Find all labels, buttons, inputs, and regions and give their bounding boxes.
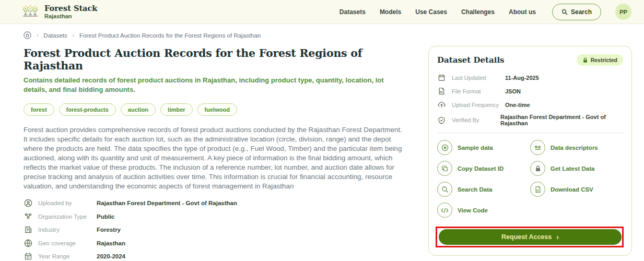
meta-row-year-range: Year Range 2020-2024 bbox=[24, 252, 408, 261]
meta-label: File Format bbox=[452, 88, 505, 94]
meta-row-organization-type: Organization Type Public bbox=[24, 212, 408, 221]
card-meta-list: Last Updated 11-Aug-2025 01 File Format … bbox=[437, 73, 623, 126]
tag-forest-products[interactable]: forest-products bbox=[59, 103, 116, 116]
meta-label: Geo coverage bbox=[38, 240, 97, 246]
meta-row-industry: Industry Forestry bbox=[24, 226, 408, 234]
search-label: Search bbox=[571, 8, 592, 16]
dataset-details-card: Dataset Details Restricted Last Updated … bbox=[428, 46, 632, 256]
action-label: Search Data bbox=[458, 186, 492, 193]
tag-timber[interactable]: timber bbox=[160, 103, 193, 116]
action-label: Download CSV bbox=[551, 186, 593, 193]
meta-label: Verified By bbox=[452, 117, 500, 123]
page-subtitle: Contains detailed records of forest prod… bbox=[24, 76, 408, 95]
sample-data-button[interactable]: Sample data bbox=[437, 140, 530, 155]
sample-data-icon bbox=[437, 140, 452, 155]
svg-text:01: 01 bbox=[440, 90, 443, 93]
building-icon bbox=[24, 226, 32, 234]
meta-row-geo-coverage: Geo coverage Rajasthan bbox=[24, 239, 408, 247]
meta-label: Upload Frequency bbox=[452, 102, 505, 108]
card-divider bbox=[437, 133, 623, 133]
cloud-upload-icon bbox=[437, 100, 446, 109]
meta-row-upload-frequency: Upload Frequency One-time bbox=[437, 100, 623, 109]
svg-text:01: 01 bbox=[536, 189, 540, 192]
brand-name: Forest Stack bbox=[44, 4, 97, 13]
view-code-icon bbox=[437, 203, 452, 218]
user-circle-icon bbox=[24, 199, 32, 208]
action-label: Data descriptors bbox=[551, 145, 598, 151]
search-data-button[interactable]: Search Data bbox=[437, 182, 530, 197]
nav-item-models[interactable]: Models bbox=[380, 8, 401, 16]
shield-check-icon bbox=[437, 116, 446, 125]
copy-icon bbox=[437, 161, 452, 176]
dataset-meta-list: Uploaded by Rajasthan Forest Department … bbox=[24, 199, 408, 261]
meta-label: Industry bbox=[38, 227, 97, 233]
user-avatar[interactable]: PP bbox=[615, 4, 631, 20]
lock-icon bbox=[530, 161, 545, 176]
meta-value: JSON bbox=[505, 88, 521, 94]
meta-row-last-updated: Last Updated 11-Aug-2025 bbox=[437, 73, 623, 82]
org-group-icon bbox=[24, 212, 32, 221]
search-icon bbox=[561, 9, 568, 15]
restricted-badge: Restricted bbox=[577, 54, 623, 66]
meta-value: Forestry bbox=[97, 227, 121, 233]
forest-stack-logo-icon bbox=[21, 3, 40, 21]
meta-label: Uploaded by bbox=[38, 200, 97, 206]
meta-row-verified-by: Verified By Rajasthan Forest Department … bbox=[437, 114, 623, 126]
request-access-button[interactable]: Request Access › bbox=[439, 229, 622, 245]
action-label: View Code bbox=[458, 207, 488, 213]
chevron-right-icon: › bbox=[556, 233, 559, 241]
breadcrumb: › Datasets › Forest Product Auction Reco… bbox=[24, 31, 644, 39]
calendar-icon bbox=[437, 73, 446, 82]
meta-row-file-format: 01 File Format JSON bbox=[437, 87, 623, 96]
nav-item-challenges[interactable]: Challenges bbox=[461, 8, 495, 16]
home-icon[interactable] bbox=[24, 31, 31, 39]
nav-item-datasets[interactable]: Datasets bbox=[339, 8, 366, 16]
app-header: Forest Stack Rajasthan Datasets Models U… bbox=[0, 0, 644, 24]
nav-item-use-cases[interactable]: Use Cases bbox=[415, 8, 447, 16]
meta-value: Rajasthan Forest Department - Govt of Ra… bbox=[97, 200, 237, 206]
file-format-icon: 01 bbox=[437, 87, 446, 96]
copy-dataset-id-button[interactable]: Copy Dataset ID bbox=[437, 161, 530, 176]
nav-item-about-us[interactable]: About us bbox=[509, 8, 536, 16]
dataset-main: Forest Product Auction Records for the F… bbox=[24, 47, 408, 261]
brand[interactable]: Forest Stack Rajasthan bbox=[21, 3, 97, 21]
top-nav: Datasets Models Use Cases Challenges Abo… bbox=[339, 4, 631, 20]
action-label: Sample data bbox=[458, 145, 493, 151]
page-title: Forest Product Auction Records for the F… bbox=[24, 47, 408, 72]
breadcrumb-current: Forest Product Auction Records for the F… bbox=[79, 32, 261, 39]
meta-label: Year Range bbox=[38, 253, 97, 259]
meta-row-uploaded-by: Uploaded by Rajasthan Forest Department … bbox=[24, 199, 408, 208]
action-label: Copy Dataset ID bbox=[458, 165, 504, 172]
breadcrumb-separator: › bbox=[73, 32, 74, 38]
tag-forest[interactable]: forest bbox=[24, 103, 54, 116]
view-code-button[interactable]: View Code bbox=[437, 203, 530, 218]
download-csv-icon: 01 bbox=[530, 182, 545, 197]
card-actions: Sample data Data descriptors Copy Datase… bbox=[437, 140, 623, 218]
globe-icon bbox=[24, 239, 32, 247]
meta-value: Rajasthan bbox=[97, 240, 125, 246]
calendar-icon bbox=[24, 252, 32, 261]
breadcrumb-separator: › bbox=[37, 32, 38, 38]
meta-value: Public bbox=[97, 213, 115, 220]
meta-value: Rajasthan Forest Department - Govt of Ra… bbox=[500, 114, 623, 126]
lock-icon bbox=[582, 57, 588, 63]
data-descriptors-icon bbox=[530, 140, 545, 155]
request-access-area: Request Access › bbox=[439, 229, 622, 245]
meta-label: Last Updated bbox=[452, 75, 505, 81]
action-label: Get Latest Data bbox=[551, 165, 594, 172]
data-descriptors-button[interactable]: Data descriptors bbox=[530, 140, 623, 155]
brand-region: Rajasthan bbox=[44, 13, 97, 19]
dataset-description: Forest auction provides comprehensive re… bbox=[24, 125, 405, 191]
request-access-label: Request Access bbox=[501, 233, 552, 241]
meta-value: One-time bbox=[505, 102, 530, 108]
restricted-badge-label: Restricted bbox=[591, 57, 617, 63]
tag-fuelwood[interactable]: fuelwood bbox=[197, 103, 237, 116]
tag-auction[interactable]: auction bbox=[121, 103, 156, 116]
download-csv-button[interactable]: 01 Download CSV bbox=[530, 182, 623, 197]
meta-value: 11-Aug-2025 bbox=[505, 75, 539, 81]
get-latest-data-button[interactable]: Get Latest Data bbox=[530, 161, 623, 176]
card-title: Dataset Details bbox=[437, 55, 505, 65]
tag-list: forest forest-products auction timber fu… bbox=[24, 103, 408, 116]
search-button[interactable]: Search bbox=[552, 4, 601, 20]
breadcrumb-datasets[interactable]: Datasets bbox=[43, 32, 67, 39]
